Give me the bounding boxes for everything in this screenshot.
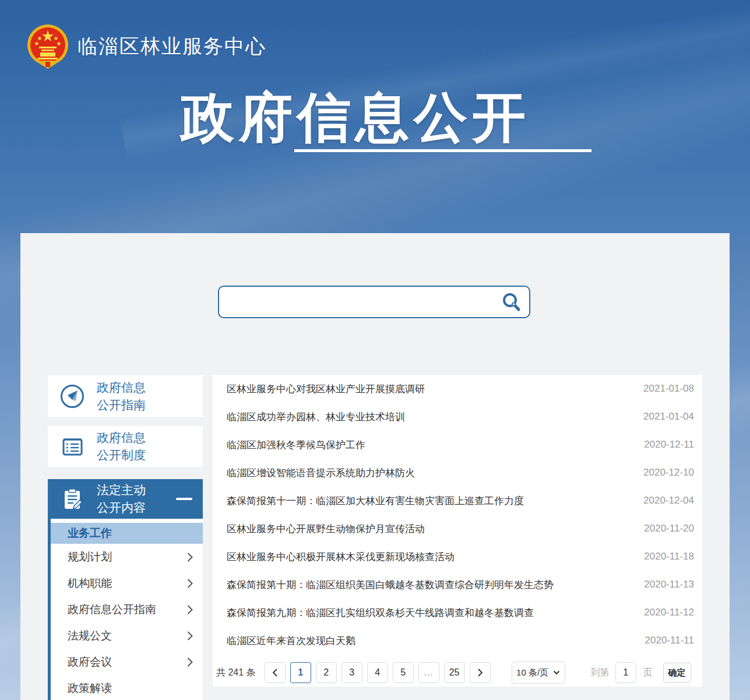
news-date: 2020-11-18 [644, 551, 694, 562]
page-button-3[interactable]: 3 [341, 662, 362, 683]
chevron-right-icon [186, 604, 193, 615]
submenu-item-policy-interpretation[interactable]: 政策解读 [51, 675, 203, 700]
next-page-button[interactable] [470, 662, 491, 683]
page-ellipsis[interactable]: ... [418, 662, 439, 683]
content-sheet: 政府信息 公开指南 政府信息 公开制度 [20, 233, 730, 700]
minus-icon[interactable] [176, 498, 192, 500]
chevron-right-icon [186, 552, 193, 562]
submenu-item-disclosure-guide[interactable]: 政府信息公开指南 [51, 596, 203, 622]
submenu-item-label: 机构职能 [68, 576, 112, 591]
news-link[interactable]: 森保简报第十一期：临淄区加大林业有害生物灾害面上巡查工作力度 [227, 494, 632, 508]
news-row: 森保简报第九期：临淄区扎实组织双条杉天牛线路调查和越冬基数调查 2020-11-… [213, 599, 702, 627]
chevron-right-icon [186, 578, 193, 589]
page-button-25[interactable]: 25 [444, 662, 465, 683]
news-row: 临淄区成功举办园林、林业专业技术培训 2021-01-04 [213, 403, 702, 431]
sidebar-item-system[interactable]: 政府信息 公开制度 [48, 426, 203, 467]
submenu: 业务工作 规划计划 机构职能 政府信息公开指南 法规公文 [51, 519, 203, 700]
page-button-2[interactable]: 2 [316, 662, 337, 683]
chevron-left-icon [272, 668, 278, 677]
submenu-item-label: 政策解读 [68, 681, 112, 696]
chevron-right-icon [477, 668, 483, 677]
document-list-icon [59, 434, 85, 459]
news-row: 森保简报第十一期：临淄区加大林业有害生物灾害面上巡查工作力度 2020-12-0… [213, 487, 702, 515]
page-size-label: 10 条/页 [516, 667, 548, 678]
prev-page-button[interactable] [265, 662, 286, 683]
submenu-item-label: 政府会议 [68, 655, 112, 670]
submenu-item-meetings[interactable]: 政府会议 [51, 649, 203, 675]
submenu-item-label: 法规公文 [68, 628, 112, 643]
news-link[interactable]: 临淄区增设智能语音提示系统助力护林防火 [227, 466, 632, 480]
submenu-item-regulations[interactable]: 法规公文 [51, 622, 203, 649]
news-row: 临淄区加强秋冬季候鸟保护工作 2020-12-11 [213, 431, 702, 459]
page-button-4[interactable]: 4 [367, 662, 388, 683]
news-row: 临淄区增设智能语音提示系统助力护林防火 2020-12-10 [213, 459, 702, 487]
news-row: 区林业服务中心积极开展林木采伐更新现场核查活动 2020-11-18 [213, 543, 702, 571]
page-button-1[interactable]: 1 [290, 662, 311, 683]
page-button-5[interactable]: 5 [393, 662, 414, 683]
news-link[interactable]: 临淄区近年来首次发现白天鹅 [227, 634, 633, 648]
news-date: 2020-11-12 [644, 607, 694, 618]
news-date: 2020-12-10 [643, 467, 694, 479]
news-list-panel: 区林业服务中心对我区林业产业开展摸底调研 2021-01-08 临淄区成功举办园… [213, 375, 702, 687]
news-date: 2020-12-04 [643, 495, 694, 506]
news-link[interactable]: 森保简报第九期：临淄区扎实组织双条杉天牛线路调查和越冬基数调查 [227, 606, 632, 620]
goto-page-prefix: 到第 [591, 667, 610, 679]
submenu-item-functions[interactable]: 机构职能 [51, 570, 203, 596]
goto-page-input[interactable] [615, 662, 636, 683]
submenu-item-label: 政府信息公开指南 [68, 602, 156, 617]
pagination-total: 共 241 条 [216, 667, 256, 679]
search-button[interactable] [501, 292, 522, 313]
news-row: 森保简报第十期：临淄区组织美国白蛾越冬基数调查综合研判明年发生态势 2020-1… [213, 571, 702, 599]
news-date: 2020-11-20 [644, 523, 694, 534]
submenu-item-label: 业务工作 [68, 526, 112, 541]
chevron-right-icon [186, 631, 193, 641]
submenu-item-business[interactable]: 业务工作 [51, 523, 203, 544]
news-link[interactable]: 区林业服务中心开展野生动物保护月宣传活动 [227, 522, 632, 536]
submenu-item-label: 规划计划 [68, 550, 112, 565]
search-box [218, 286, 530, 318]
magnifier-icon [501, 292, 522, 313]
national-emblem-logo [26, 23, 69, 70]
news-link[interactable]: 临淄区加强秋冬季候鸟保护工作 [227, 438, 632, 452]
sidebar-item-label: 政府信息 公开制度 [97, 429, 146, 464]
title-underline [294, 149, 591, 152]
page-size-select[interactable]: 10 条/页 [512, 662, 565, 684]
goto-page-suffix: 页 [643, 667, 653, 679]
news-row: 临淄区近年来首次发现白天鹅 2020-11-11 [213, 627, 702, 655]
org-name: 临淄区林业服务中心 [78, 33, 266, 60]
sidebar-item-guide[interactable]: 政府信息 公开指南 [48, 375, 203, 417]
sidebar-item-label: 政府信息 公开指南 [97, 379, 146, 414]
news-row: 区林业服务中心对我区林业产业开展摸底调研 2021-01-08 [213, 375, 702, 403]
page-title: 政府信息公开 [160, 82, 551, 154]
chevron-down-icon [553, 670, 560, 675]
news-link[interactable]: 区林业服务中心积极开展林木采伐更新现场核查活动 [227, 550, 632, 564]
news-link[interactable]: 森保简报第十期：临淄区组织美国白蛾越冬基数调查综合研判明年发生态势 [227, 578, 632, 592]
search-input[interactable] [219, 287, 529, 317]
news-link[interactable]: 临淄区成功举办园林、林业专业技术培训 [227, 410, 632, 424]
news-date: 2020-11-11 [645, 635, 694, 646]
confirm-button[interactable]: 确定 [663, 663, 691, 683]
site-brand: 临淄区林业服务中心 [26, 23, 266, 70]
submenu-item-planning[interactable]: 规划计划 [51, 544, 203, 570]
pagination-bar: 共 241 条 1 2 3 4 5 ... 25 10 条/页 [213, 662, 702, 684]
sidebar-item-label: 法定主动 公开内容 [97, 481, 146, 516]
compass-icon [59, 384, 85, 409]
sidebar-item-statutory[interactable]: 法定主动 公开内容 [48, 479, 203, 519]
news-date: 2020-11-13 [644, 579, 694, 590]
news-date: 2020-12-11 [644, 439, 694, 451]
news-date: 2021-01-08 [643, 383, 694, 395]
news-link[interactable]: 区林业服务中心对我区林业产业开展摸底调研 [227, 382, 632, 396]
news-row: 区林业服务中心开展野生动物保护月宣传活动 2020-11-20 [213, 515, 702, 543]
news-date: 2021-01-04 [643, 411, 694, 423]
clipboard-pencil-icon [59, 486, 85, 512]
chevron-right-icon [186, 657, 193, 667]
